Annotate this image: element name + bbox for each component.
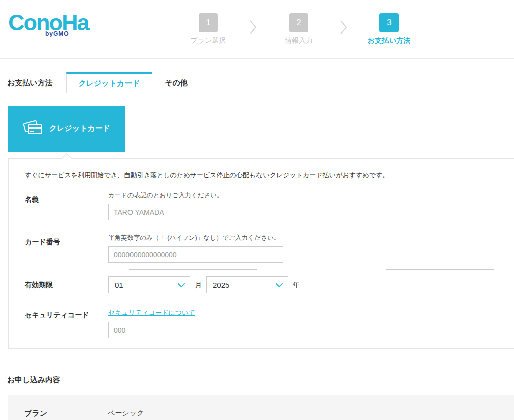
chevron-right-icon (331, 13, 356, 45)
name-helper: カードの表記のとおりご入力ください。 (108, 191, 283, 200)
security-code-about-link[interactable]: セキュリティコードについて (108, 309, 195, 316)
card-number-helper: 半角英数字のみ（「-(ハイフン)」なし）でご入力ください。 (108, 234, 283, 242)
step-3-number: 3 (379, 13, 399, 32)
payment-tabbar: お支払い方法 クレジットカード その他 (0, 72, 514, 93)
plan-label: プラン (24, 409, 108, 418)
security-code-label: セキュリティコード (25, 307, 108, 338)
chevron-right-icon (241, 13, 266, 45)
step-2-label: 情報入力 (285, 36, 313, 45)
tab-other[interactable]: その他 (152, 72, 200, 93)
payment-section-label: お支払い方法 (7, 72, 53, 93)
progress-stepper: 1 プラン選択 2 情報入力 3 お支払い方法 (176, 13, 422, 45)
expiry-year-value: 2025 (213, 281, 229, 289)
step-info-input: 2 情報入力 (266, 13, 331, 45)
credit-card-method-label: クレジットカード (49, 124, 110, 133)
credit-card-description: すぐにサービスを利用開始でき、自動引き落としのためサービス停止の心配もないクレジ… (25, 171, 494, 180)
name-label: 名義 (25, 191, 108, 220)
expiry-year-unit: 年 (293, 281, 300, 290)
expiry-label: 有効期限 (25, 276, 108, 293)
expiry-month-select[interactable]: 01 (108, 276, 190, 293)
conoha-logo[interactable]: ConoHa byGMO (8, 11, 89, 37)
step-2-number: 2 (289, 13, 308, 32)
order-summary-panel: プラン ベーシック (8, 395, 514, 420)
order-summary-heading: お申し込み内容 (7, 375, 60, 385)
card-number-input[interactable] (108, 246, 283, 263)
step-plan-select: 1 プラン選択 (176, 13, 241, 45)
security-code-input[interactable] (108, 322, 283, 338)
plan-value: ベーシック (108, 409, 144, 418)
chevron-down-icon (178, 281, 185, 289)
card-name-input[interactable] (108, 204, 283, 220)
step-1-label: プラン選択 (191, 36, 226, 45)
tab-credit-card[interactable]: クレジットカード (66, 72, 152, 93)
header: ConoHa byGMO 1 プラン選択 2 情報入力 3 お支払い方法 (0, 0, 514, 59)
expiry-month-value: 01 (115, 281, 123, 289)
card-number-label: カード番号 (25, 234, 108, 263)
form-row-security-code: セキュリティコード セキュリティコードについて (25, 300, 494, 345)
expiry-month-unit: 月 (195, 281, 202, 290)
form-row-card-number: カード番号 半角英数字のみ（「-(ハイフン)」なし）でご入力ください。 (25, 227, 494, 269)
order-row-plan: プラン ベーシック (8, 395, 514, 418)
step-payment-method: 3 お支払い方法 (356, 13, 422, 45)
form-row-expiry: 有効期限 01 月 2025 年 (25, 269, 494, 300)
form-row-name: 名義 カードの表記のとおりご入力ください。 (25, 185, 494, 227)
credit-card-icon (23, 120, 43, 137)
expiry-year-select[interactable]: 2025 (206, 276, 288, 293)
step-1-number: 1 (199, 13, 218, 32)
credit-card-method-button[interactable]: クレジットカード (8, 106, 125, 152)
step-3-label: お支払い方法 (368, 36, 411, 45)
chevron-down-icon (276, 281, 283, 289)
credit-card-form-panel: すぐにサービスを利用開始でき、自動引き落としのためサービス停止の心配もないクレジ… (8, 158, 514, 349)
